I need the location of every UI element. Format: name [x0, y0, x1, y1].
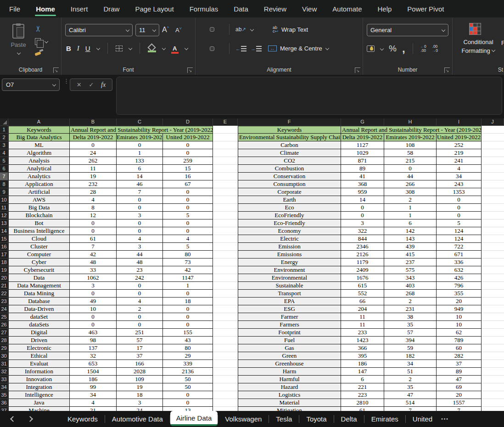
cell[interactable]: 0 — [70, 227, 117, 235]
cell[interactable] — [482, 368, 504, 376]
row-header-29[interactable]: 29 — [0, 344, 8, 352]
paste-dropdown-chevron-icon[interactable] — [17, 51, 20, 55]
cell[interactable] — [213, 251, 238, 258]
cell[interactable]: 871 — [341, 157, 384, 165]
row-header-20[interactable]: 20 — [0, 274, 8, 282]
select-all-corner[interactable] — [0, 118, 8, 126]
cell[interactable]: 62 — [437, 329, 482, 337]
increase-indent-button[interactable]: → — [251, 46, 262, 51]
cell[interactable]: Big Data Analytics — [8, 134, 70, 141]
cell[interactable]: Electric — [238, 235, 341, 243]
cell[interactable]: 7 — [70, 243, 117, 251]
cell[interactable]: 8 — [70, 204, 117, 212]
cell[interactable]: 133 — [117, 157, 163, 165]
cell[interactable]: 89 — [341, 165, 384, 173]
cell[interactable]: Integration — [8, 383, 70, 391]
cell[interactable]: 186 — [341, 360, 384, 368]
cell[interactable]: United 2019-2022 — [437, 134, 482, 141]
more-sheets-icon[interactable]: ••• — [441, 416, 449, 421]
cell[interactable]: Big Data — [8, 204, 70, 212]
row-header-6[interactable]: 6 — [0, 165, 8, 173]
cell[interactable]: CO2 — [238, 157, 341, 165]
cell[interactable]: 0 — [70, 219, 117, 227]
cell[interactable] — [482, 313, 504, 321]
cell[interactable]: 243 — [437, 180, 482, 188]
cell[interactable]: 403 — [384, 282, 437, 290]
cell[interactable]: 61 — [70, 235, 117, 243]
cell[interactable] — [213, 188, 238, 196]
cell[interactable]: 0 — [117, 282, 163, 290]
cell[interactable]: Blockchain — [8, 212, 70, 219]
cell[interactable]: 98 — [70, 337, 117, 344]
cell[interactable]: Harm — [238, 368, 341, 376]
cell[interactable]: 223 — [341, 391, 384, 399]
cell[interactable]: Conservation — [238, 173, 341, 180]
conditional-formatting-button[interactable]: Conditional Formatting — [453, 38, 504, 55]
cell[interactable]: 7 — [117, 188, 163, 196]
column-header-J[interactable]: J — [482, 118, 504, 126]
cell[interactable]: 0 — [117, 141, 163, 149]
cell[interactable]: 262 — [70, 157, 117, 165]
cell[interactable] — [482, 305, 504, 313]
cell[interactable]: Farmer — [238, 313, 341, 321]
row-header-33[interactable]: 33 — [0, 376, 8, 383]
comma-style-button[interactable]: , — [402, 46, 405, 51]
conditional-formatting-icon[interactable] — [469, 23, 481, 35]
cell[interactable]: 4 — [437, 165, 482, 173]
clipboard-dialog-launcher[interactable]: ↘ — [53, 67, 59, 73]
sheet-tab-united[interactable]: United — [406, 411, 439, 427]
sheet-tab-automotive-data[interactable]: Automotive Data — [105, 411, 170, 427]
cell[interactable]: Java — [8, 399, 70, 407]
cell[interactable]: 182 — [384, 352, 437, 360]
cell[interactable]: 339 — [163, 360, 213, 368]
cell[interactable]: 10 — [70, 305, 117, 313]
cell[interactable]: Corporate — [238, 188, 341, 196]
fill-color-icon[interactable] — [148, 45, 156, 52]
borders-icon[interactable] — [116, 45, 123, 51]
cell[interactable] — [213, 180, 238, 188]
cell[interactable]: 51 — [384, 368, 437, 376]
cell[interactable] — [482, 204, 504, 212]
cell[interactable]: 57 — [117, 337, 163, 344]
cell[interactable]: 5 — [437, 219, 482, 227]
cell[interactable]: Ethical — [8, 352, 70, 360]
cell[interactable]: 0 — [163, 196, 213, 204]
cell[interactable]: 48 — [117, 258, 163, 266]
cell[interactable] — [213, 399, 238, 407]
cell[interactable] — [482, 235, 504, 243]
cell[interactable]: EcoFriendly — [238, 212, 341, 219]
formula-bar-grip[interactable]: ⋮ — [63, 79, 69, 83]
cell[interactable]: 1127 — [341, 141, 384, 149]
cell[interactable]: Driven — [8, 337, 70, 344]
cell[interactable]: 19 — [70, 173, 117, 180]
cell[interactable]: 0 — [437, 196, 482, 204]
cell[interactable]: 28 — [70, 188, 117, 196]
cell[interactable]: Delta 2019-2022 — [70, 134, 117, 141]
cell[interactable]: Green — [238, 352, 341, 360]
cell[interactable] — [213, 352, 238, 360]
cell[interactable]: 47 — [437, 376, 482, 383]
next-sheet-icon[interactable] — [27, 416, 33, 422]
borders-chevron-icon[interactable] — [129, 47, 132, 50]
cell[interactable]: 1147 — [163, 274, 213, 282]
cell[interactable]: 3 — [341, 219, 384, 227]
row-header-7[interactable]: 7 — [0, 173, 8, 180]
cell[interactable]: 155 — [163, 329, 213, 337]
cell[interactable]: Carbon — [238, 141, 341, 149]
cell[interactable]: 73 — [163, 258, 213, 266]
cell[interactable] — [213, 258, 238, 266]
cell[interactable]: 1504 — [70, 368, 117, 376]
cell[interactable] — [482, 376, 504, 383]
cell[interactable] — [482, 337, 504, 344]
row-header-23[interactable]: 23 — [0, 298, 8, 305]
column-header-I[interactable]: I — [437, 118, 482, 126]
cell[interactable]: 439 — [384, 243, 437, 251]
cell[interactable]: Algorithm — [8, 149, 70, 157]
cell[interactable]: 0 — [70, 321, 117, 329]
cell[interactable]: 1423 — [341, 337, 384, 344]
cell[interactable]: 124 — [437, 227, 482, 235]
cell[interactable]: Data — [8, 274, 70, 282]
cell[interactable]: dataSet — [8, 313, 70, 321]
cell[interactable]: Economy — [238, 227, 341, 235]
cell[interactable]: 143 — [384, 235, 437, 243]
